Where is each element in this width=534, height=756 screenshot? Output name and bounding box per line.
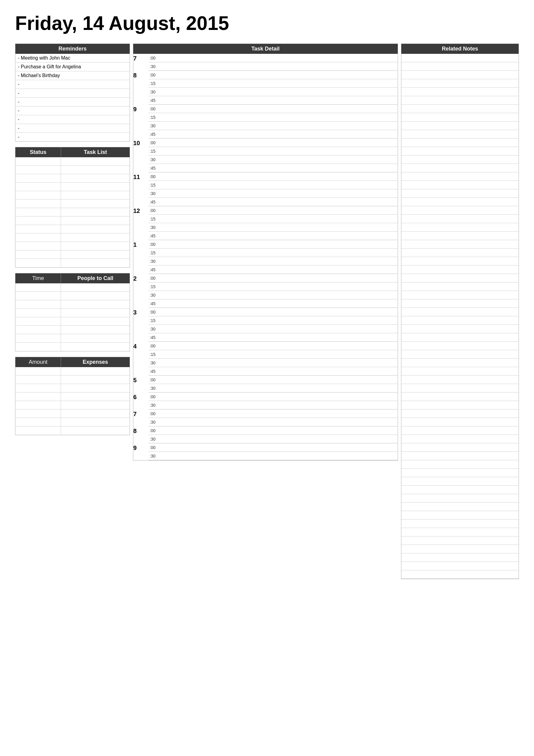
time-slots: :00 :30 (148, 376, 398, 392)
time-slot-row: :30 (148, 418, 398, 426)
notes-row (401, 308, 519, 316)
hour-label: 2 (133, 274, 148, 308)
time-slot-row: :30 (148, 223, 398, 231)
notes-row (401, 130, 519, 139)
table-row (15, 300, 130, 309)
time-slot-row: :00 (148, 240, 398, 249)
hour-label: 8 (133, 426, 148, 443)
notes-row (401, 460, 519, 469)
table-row (15, 392, 130, 401)
notes-row (401, 342, 519, 350)
time-slot-row: :30 (148, 189, 398, 198)
notes-rows-container (401, 54, 519, 579)
notes-row (401, 477, 519, 486)
reminder-item: - (15, 133, 130, 141)
time-slots: :00 :30 (148, 443, 398, 460)
time-slot-row: :00 (148, 392, 398, 401)
notes-row (401, 570, 519, 579)
notes-row (401, 122, 519, 130)
time-block-7am: 7 :00 :30 (133, 54, 398, 71)
table-row (15, 217, 130, 225)
hour-label: 3 (133, 308, 148, 342)
reminder-item: - (15, 89, 130, 98)
notes-row (401, 206, 519, 215)
notes-row (401, 181, 519, 189)
time-slot-row: :45 (148, 96, 398, 105)
time-block-4pm: 4 :00 :15 :30 :45 (133, 342, 398, 376)
notes-row (401, 62, 519, 71)
hour-label: 8 (133, 71, 148, 105)
notes-row (401, 545, 519, 554)
reminder-item: - (15, 124, 130, 133)
tasklist-header: Status Task List (15, 147, 130, 157)
time-slots: :00 :15 :30 :45 (148, 105, 398, 139)
notes-row (401, 316, 519, 325)
hour-label: 7 (133, 410, 148, 426)
time-slot-row: :30 (148, 88, 398, 96)
notes-row (401, 198, 519, 206)
time-slot-row: :00 (148, 139, 398, 147)
table-row (15, 384, 130, 392)
time-slot-row: :00 (148, 426, 398, 435)
notes-row (401, 418, 519, 426)
notes-row (401, 384, 519, 392)
notes-row (401, 367, 519, 376)
notes-row (401, 401, 519, 410)
notes-row (401, 223, 519, 231)
notes-row (401, 511, 519, 520)
notes-row (401, 71, 519, 79)
time-block-11am: 11 :00 :15 :30 :45 (133, 172, 398, 206)
table-row (15, 309, 130, 317)
notes-row (401, 350, 519, 359)
time-slot-row: :30 (148, 435, 398, 443)
expenses-amount-header: Amount (15, 357, 61, 367)
reminder-item: - (15, 115, 130, 124)
time-block-2pm: 2 :00 :15 :30 :45 (133, 274, 398, 308)
table-row (15, 284, 130, 292)
table-row (15, 326, 130, 334)
notes-row (401, 215, 519, 223)
table-row (15, 166, 130, 174)
notes-row (401, 265, 519, 274)
table-row (15, 292, 130, 300)
notes-row (401, 536, 519, 545)
table-row (15, 410, 130, 418)
time-block-7pm: 7 :00 :30 (133, 410, 398, 426)
expenses-expense-header: Expenses (61, 357, 130, 367)
hour-label: 4 (133, 342, 148, 376)
hour-label: 5 (133, 376, 148, 392)
notes-row (401, 494, 519, 502)
notes-row (401, 452, 519, 460)
notes-row (401, 54, 519, 62)
time-slot-row: :30 (148, 122, 398, 130)
time-block-8pm: 8 :00 :30 (133, 426, 398, 443)
time-block-12pm: 12 :00 :15 :30 :45 (133, 206, 398, 240)
notes-row (401, 155, 519, 164)
notes-row (401, 486, 519, 494)
notes-row (401, 333, 519, 342)
notes-row (401, 113, 519, 122)
relatednotes-section: Related Notes (401, 43, 519, 579)
table-row (15, 367, 130, 376)
table-row (15, 208, 130, 217)
time-slot-row: :00 (148, 172, 398, 181)
time-slots: :00 :15 :30 :45 (148, 71, 398, 105)
relatednotes-inner: Related Notes (401, 43, 519, 579)
time-slot-row: :45 (148, 198, 398, 206)
time-slot-row: :00 (148, 206, 398, 215)
expenses-header: Amount Expenses (15, 357, 130, 367)
time-slot-row: :00 (148, 376, 398, 384)
reminder-item: - Michael’s Birthday (15, 71, 130, 80)
notes-row (401, 376, 519, 384)
time-slot-row: :00 (148, 71, 398, 79)
notes-row (401, 469, 519, 477)
time-slot-row: :45 (148, 164, 398, 172)
time-slot-row: :00 (148, 105, 398, 113)
notes-row (401, 325, 519, 333)
reminders-section: Reminders - Meeting with John Mac - Purc… (15, 43, 130, 142)
reminder-item: - (15, 80, 130, 89)
time-slot-row: :45 (148, 130, 398, 139)
reminder-item: - (15, 106, 130, 115)
notes-row (401, 105, 519, 113)
time-slot-row: :30 (148, 384, 398, 392)
